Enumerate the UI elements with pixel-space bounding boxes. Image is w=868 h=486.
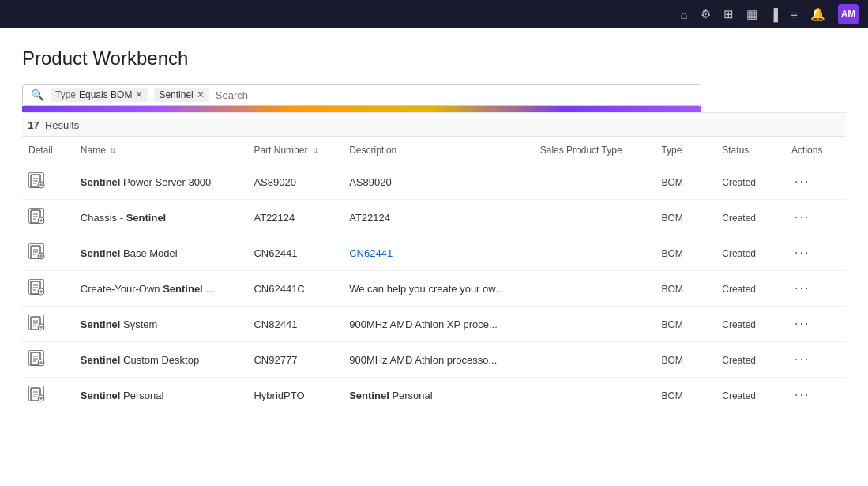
detail-icon[interactable] <box>28 386 44 401</box>
status-cell: Created <box>716 378 785 413</box>
settings-icon[interactable]: ⚙ <box>701 7 711 21</box>
actions-menu-button[interactable]: ··· <box>791 280 813 297</box>
col-type-header: Type <box>655 137 716 164</box>
status-cell: Created <box>716 342 785 378</box>
product-name-bold: Sentinel <box>126 212 167 224</box>
table-icon[interactable]: ▦ <box>746 7 757 21</box>
part-number-cell: CN92777 <box>247 342 343 378</box>
type-cell: BOM <box>655 307 716 342</box>
product-name-bold: Sentinel <box>81 247 121 259</box>
actions-menu-button[interactable]: ··· <box>791 351 813 368</box>
actions-menu-button[interactable]: ··· <box>791 386 813 404</box>
table-row: Sentinel Custom DesktopCN92777900MHz AMD… <box>22 342 846 378</box>
sales-product-type-cell <box>534 200 656 235</box>
description-cell: AS89020 <box>343 164 534 200</box>
description-cell: CN62441 <box>343 235 534 271</box>
actions-cell: ··· <box>785 164 846 200</box>
bell-icon[interactable]: 🔔 <box>810 7 825 21</box>
status-cell: Created <box>716 164 785 200</box>
part-number-cell: CN82441 <box>247 307 343 342</box>
table-row: Sentinel Base ModelCN62441CN62441BOMCrea… <box>22 235 846 271</box>
status-cell: Created <box>716 200 785 235</box>
part-number-cell: CN62441 <box>247 235 343 271</box>
status-badge: Created <box>722 248 756 259</box>
actions-menu-button[interactable]: ··· <box>791 209 813 226</box>
status-badge: Created <box>722 319 756 330</box>
name-cell: Chassis - Sentinel <box>74 200 248 235</box>
results-label: Results <box>45 119 79 131</box>
actions-cell: ··· <box>785 342 846 378</box>
detail-cell <box>22 235 74 271</box>
type-badge: BOM <box>661 319 682 330</box>
status-cell: Created <box>716 307 785 342</box>
table-row: Chassis - SentinelAT22124AT22124BOMCreat… <box>22 200 846 235</box>
page-title: Product Workbench <box>22 47 846 70</box>
status-cell: Created <box>716 271 785 307</box>
product-name: Chassis - Sentinel <box>81 212 166 224</box>
description-cell: 900MHz AMD Athlon processo... <box>343 342 534 378</box>
table-row: Sentinel SystemCN82441900MHz AMD Athlon … <box>22 307 846 342</box>
product-name-bold: Sentinel <box>81 176 121 188</box>
part-number-cell: CN62441C <box>247 271 343 307</box>
part-number-cell: HybridPTO <box>247 378 343 413</box>
name-cell: Sentinel Base Model <box>74 235 248 271</box>
actions-menu-button[interactable]: ··· <box>791 244 813 262</box>
decorative-banner <box>22 106 701 112</box>
col-part-header[interactable]: Part Number ⇅ <box>247 137 343 164</box>
name-cell: Sentinel Custom Desktop <box>74 342 248 378</box>
type-badge: BOM <box>661 390 682 401</box>
description-cell: We can help you create your ow... <box>343 271 534 307</box>
detail-cell <box>22 200 74 235</box>
detail-icon[interactable] <box>28 208 44 224</box>
product-name: Sentinel System <box>81 318 158 330</box>
barchart-icon[interactable]: ▐ <box>770 8 779 21</box>
actions-cell: ··· <box>785 307 846 342</box>
col-actions-header: Actions <box>785 137 846 164</box>
main-content: Product Workbench 🔍 Type Equals BOM ✕ Se… <box>0 28 868 486</box>
part-number-cell: AS89020 <box>247 164 343 200</box>
type-badge: BOM <box>661 248 682 259</box>
detail-cell <box>22 307 74 342</box>
type-badge: BOM <box>661 177 682 188</box>
sales-product-type-cell <box>534 378 656 413</box>
results-table: Detail Name ⇅ Part Number ⇅ Description … <box>22 137 846 413</box>
status-badge: Created <box>722 355 756 366</box>
table-row: Sentinel Power Server 3000AS89020AS89020… <box>22 164 846 200</box>
list-icon[interactable]: ≡ <box>791 8 798 21</box>
sales-product-type-cell <box>534 342 656 378</box>
detail-icon[interactable] <box>28 315 44 330</box>
filter-sentinel-close[interactable]: ✕ <box>197 90 205 100</box>
part-number-cell: AT22124 <box>247 200 343 235</box>
name-cell: Sentinel Power Server 3000 <box>74 164 248 200</box>
product-name-bold: Sentinel <box>81 390 121 401</box>
actions-menu-button[interactable]: ··· <box>791 315 813 333</box>
type-cell: BOM <box>655 164 716 200</box>
name-cell: Sentinel Personal <box>74 378 248 413</box>
detail-icon[interactable] <box>28 172 44 188</box>
sales-product-type-cell <box>534 271 656 307</box>
type-cell: BOM <box>655 235 716 271</box>
search-input[interactable] <box>216 89 693 101</box>
description-link[interactable]: CN62441 <box>349 247 393 259</box>
type-badge: BOM <box>661 213 682 224</box>
col-name-header[interactable]: Name ⇅ <box>74 137 248 164</box>
actions-menu-button[interactable]: ··· <box>791 173 813 190</box>
detail-cell <box>22 342 74 378</box>
avatar[interactable]: AM <box>838 4 859 24</box>
name-sort-icon: ⇅ <box>110 146 116 155</box>
sales-product-type-cell <box>534 307 656 342</box>
product-name-bold: Sentinel <box>81 354 121 366</box>
status-badge: Created <box>722 177 756 188</box>
detail-icon[interactable] <box>28 350 44 366</box>
detail-icon[interactable] <box>28 279 44 295</box>
type-cell: BOM <box>655 271 716 307</box>
description-bold: Sentinel <box>349 390 389 401</box>
filter-type-tag: Type Equals BOM ✕ <box>51 88 148 102</box>
home-icon[interactable]: ⌂ <box>681 8 688 21</box>
detail-icon[interactable] <box>28 243 44 259</box>
filter-type-close[interactable]: ✕ <box>135 90 143 100</box>
table-row: Create-Your-Own Sentinel ...CN62441CWe c… <box>22 271 846 307</box>
grid-icon[interactable]: ⊞ <box>723 7 734 21</box>
actions-cell: ··· <box>785 271 846 307</box>
type-cell: BOM <box>655 342 716 378</box>
